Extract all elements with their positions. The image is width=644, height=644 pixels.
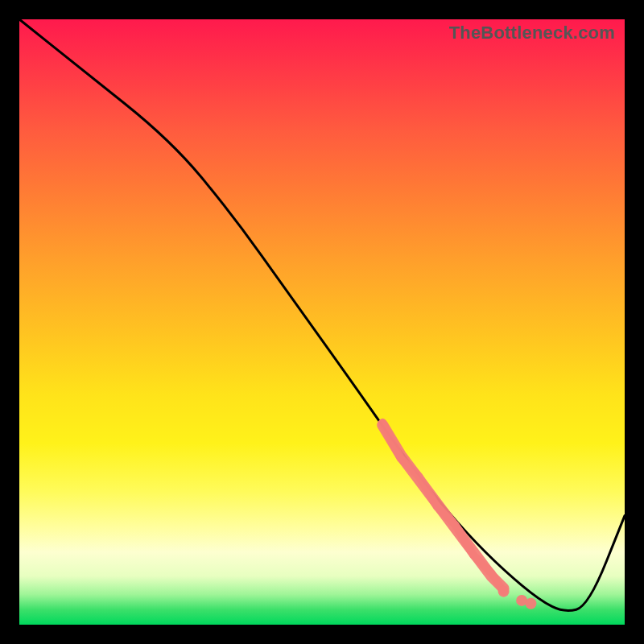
highlight-segment (382, 423, 503, 592)
bottleneck-curve (19, 19, 625, 610)
svg-point-2 (525, 598, 536, 609)
svg-point-0 (498, 586, 510, 597)
highlight-dots (498, 586, 537, 609)
chart-frame: TheBottleneck.com (19, 19, 625, 625)
watermark-text: TheBottleneck.com (449, 23, 615, 43)
chart-svg (19, 19, 625, 625)
